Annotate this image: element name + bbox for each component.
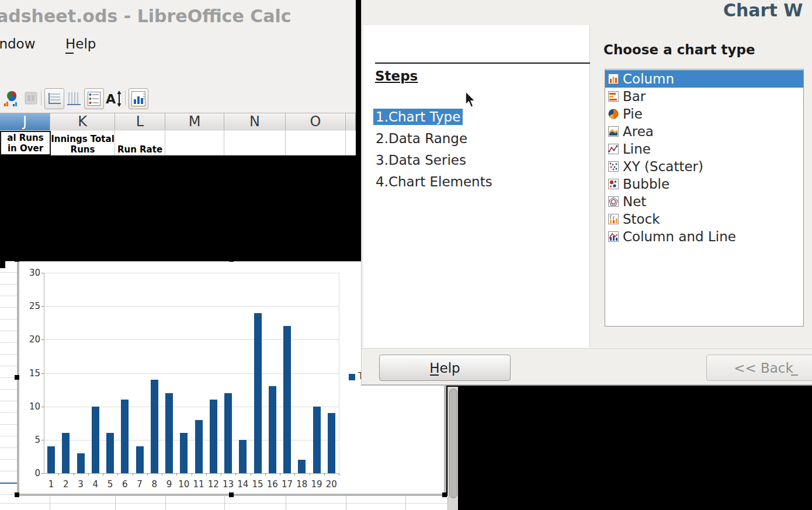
x-axis-label: 19	[309, 479, 324, 490]
column-header-j[interactable]: J	[0, 113, 50, 130]
chart-type-label: Column and Line	[623, 229, 736, 244]
chart-type-label: Area	[623, 124, 654, 139]
x-tick	[147, 473, 148, 476]
x-axis-label: 15	[250, 479, 265, 490]
pie-chart-icon	[608, 109, 619, 119]
cell-m1[interactable]	[165, 131, 224, 155]
x-tick	[339, 473, 339, 476]
sheet-left-rows	[0, 261, 17, 510]
x-tick	[251, 473, 251, 476]
display-mode-icon	[23, 91, 39, 106]
bar-8	[151, 380, 158, 473]
back-button-label: << Back	[734, 360, 793, 376]
cell-j1[interactable]: al Runs in Over	[0, 131, 51, 155]
y-axis-label: 0	[20, 468, 40, 478]
bar-3	[77, 453, 85, 473]
vertical-scrollbar[interactable]	[447, 387, 458, 510]
x-axis-label: 18	[294, 479, 310, 490]
spreadsheet-cells: al Runs in Over Innings Total Runs Run R…	[0, 131, 356, 155]
chart-type-column[interactable]: Column	[605, 70, 803, 88]
legend-toggle-button[interactable]	[84, 88, 104, 109]
column-header-o[interactable]: O	[286, 113, 346, 130]
column-header-l[interactable]: L	[115, 113, 165, 130]
selection-handle[interactable]	[15, 257, 19, 262]
col-gridline	[50, 496, 50, 510]
chart-wizard-dialog: Chart W Steps 1.Chart Type 2.Data Range …	[361, 0, 812, 386]
column-and-line-icon	[608, 231, 619, 242]
bar-12	[210, 400, 217, 473]
column-header-n[interactable]: N	[224, 113, 286, 130]
selection-handle[interactable]	[229, 492, 234, 497]
menu-window[interactable]: indow	[0, 36, 35, 51]
cell-k1[interactable]: Innings Total Runs	[51, 131, 115, 155]
chart-type-area[interactable]: Area	[605, 123, 803, 140]
help-button[interactable]: Help	[379, 355, 511, 381]
x-axis-label: 1	[44, 479, 59, 490]
step-chart-elements[interactable]: 4.Chart Elements	[373, 174, 495, 190]
bubble-chart-icon	[608, 179, 619, 189]
chart-type-icon[interactable]	[4, 91, 20, 107]
bar-17	[283, 326, 291, 473]
selection-handle[interactable]	[442, 492, 447, 497]
x-tick	[324, 473, 325, 476]
dialog-footer-divider	[362, 348, 812, 349]
help-mnemonic-underline	[65, 53, 74, 54]
y-axis-label: 25	[20, 301, 40, 311]
step-chart-type[interactable]: 1.Chart Type	[373, 109, 463, 125]
cell-n1[interactable]	[224, 131, 286, 155]
chart-type-pie[interactable]: Pie	[605, 105, 803, 123]
cell-o1[interactable]	[286, 131, 346, 155]
step-data-range[interactable]: 2.Data Range	[373, 130, 470, 147]
column-header-partial[interactable]	[346, 113, 356, 130]
bar-chart-icon	[608, 91, 619, 102]
selection-handle[interactable]	[15, 492, 19, 497]
chart-type-net[interactable]: Net	[605, 193, 803, 210]
text-attributes-icon[interactable]: A	[105, 91, 123, 107]
column-header-m[interactable]: M	[165, 113, 224, 130]
selection-handle[interactable]	[15, 375, 19, 380]
scrollbar-thumb[interactable]	[449, 388, 457, 498]
y-tick	[41, 473, 44, 474]
chart-type-column-and-line[interactable]: Column and Line	[605, 228, 803, 245]
chart-type-stock[interactable]: Stock	[605, 210, 803, 228]
menu-help[interactable]: Help	[65, 36, 96, 51]
data-table-button[interactable]	[129, 88, 148, 109]
col-gridline	[115, 496, 116, 510]
bar-18	[298, 460, 306, 473]
window-title: adsheet.ods - LibreOffice Calc	[0, 6, 359, 26]
bar-14	[239, 440, 247, 473]
x-tick	[294, 473, 295, 476]
x-tick	[162, 473, 162, 476]
chart-type-bubble[interactable]: Bubble	[605, 175, 803, 193]
x-tick	[74, 473, 74, 476]
x-tick	[103, 473, 103, 476]
stock-chart-icon	[608, 214, 619, 224]
step-data-series[interactable]: 3.Data Series	[373, 152, 469, 168]
x-axis-label: 14	[235, 479, 251, 490]
x-axis-label: 4	[88, 479, 103, 490]
x-tick	[117, 473, 118, 476]
bar-7	[136, 446, 144, 473]
chart-type-label: Bubble	[623, 176, 669, 192]
x-axis-label: 3	[73, 479, 88, 490]
column-header-k[interactable]: K	[50, 113, 115, 130]
cell-l1[interactable]: Run Rate	[115, 131, 165, 155]
chart-type-bar[interactable]: Bar	[605, 88, 803, 105]
chart-type-xy-scatter[interactable]: XY (Scatter)	[605, 158, 803, 175]
mouse-cursor	[464, 91, 477, 108]
steps-panel: Steps 1.Chart Type 2.Data Range 3.Data S…	[363, 25, 590, 348]
selection-handle[interactable]	[229, 257, 234, 262]
x-tick	[133, 473, 133, 476]
bar-19	[313, 407, 321, 473]
x-axis-label: 17	[280, 479, 295, 490]
x-axis-label: 10	[176, 479, 192, 490]
col-gridline	[346, 496, 346, 510]
back-button[interactable]: << Back	[706, 355, 812, 381]
chart-type-line[interactable]: Line	[605, 140, 803, 158]
gridline	[44, 440, 339, 440]
horizontal-grids-button[interactable]	[44, 88, 64, 109]
xy-scatter-icon	[608, 161, 619, 172]
vertical-grids-icon[interactable]	[66, 91, 81, 106]
bar-13	[224, 393, 232, 473]
bar-15	[254, 313, 262, 473]
